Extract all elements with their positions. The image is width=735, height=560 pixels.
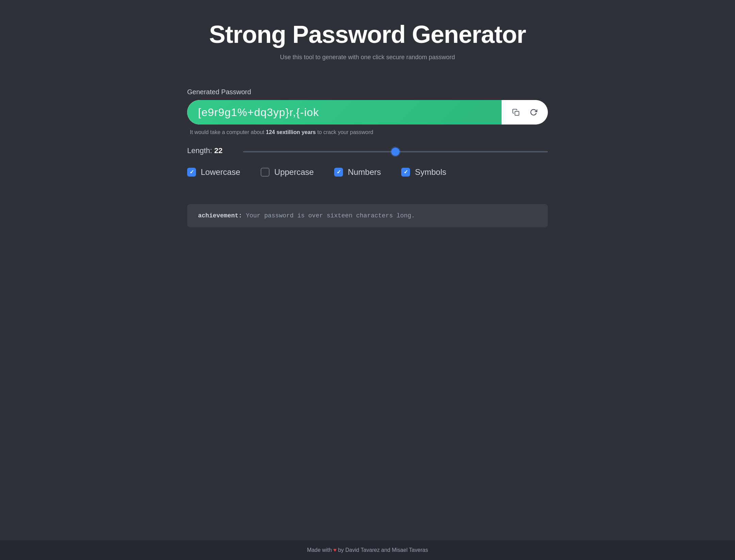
password-actions [502,100,548,125]
generator-container: Generated Password [e9r9g1%+dq3yp}r,{-io… [187,88,548,227]
password-label: Generated Password [187,88,548,96]
page-subtitle: Use this tool to generate with one click… [209,54,526,61]
length-label: Length: 22 [187,146,235,155]
slider-wrapper [243,148,548,154]
checkbox-numbers-input[interactable] [334,168,343,177]
checkbox-symbols-label: Symbols [415,167,446,177]
checkbox-uppercase-label: Uppercase [274,167,314,177]
password-field-wrapper: [e9r9g1%+dq3yp}r,{-iok [187,100,548,125]
heart-icon: ♥ [333,547,337,553]
strength-text: It would take a computer about 124 sexti… [187,129,548,135]
checkbox-uppercase[interactable]: Uppercase [261,167,314,177]
achievement-message: Your password is over sixteen characters… [242,212,415,219]
copy-button[interactable] [508,105,523,120]
footer-text: Made with ♥ by David Tavarez and Misael … [7,547,728,553]
refresh-button[interactable] [526,105,541,120]
svg-rect-0 [515,111,519,115]
checkbox-lowercase-label: Lowercase [201,167,240,177]
password-text: [e9r9g1%+dq3yp}r,{-iok [198,106,319,119]
password-display: [e9r9g1%+dq3yp}r,{-iok [187,100,502,125]
achievement-text: achievement: Your password is over sixte… [198,212,537,219]
checkbox-lowercase-input[interactable] [187,168,196,177]
page-footer: Made with ♥ by David Tavarez and Misael … [0,540,735,560]
achievement-bar: achievement: Your password is over sixte… [187,204,548,227]
checkboxes-section: Lowercase Uppercase Numbers Symbols [187,167,548,177]
achievement-key: achievement: [198,212,242,219]
length-section: Length: 22 [187,146,548,155]
checkbox-symbols[interactable]: Symbols [401,167,446,177]
checkbox-symbols-input[interactable] [401,168,410,177]
length-slider[interactable] [243,151,548,152]
checkbox-numbers-label: Numbers [348,167,381,177]
length-value: 22 [214,146,223,155]
checkbox-lowercase[interactable]: Lowercase [187,167,240,177]
page-title: Strong Password Generator [209,20,526,48]
checkbox-numbers[interactable]: Numbers [334,167,381,177]
checkbox-uppercase-input[interactable] [261,168,270,177]
page-header: Strong Password Generator Use this tool … [209,20,526,61]
